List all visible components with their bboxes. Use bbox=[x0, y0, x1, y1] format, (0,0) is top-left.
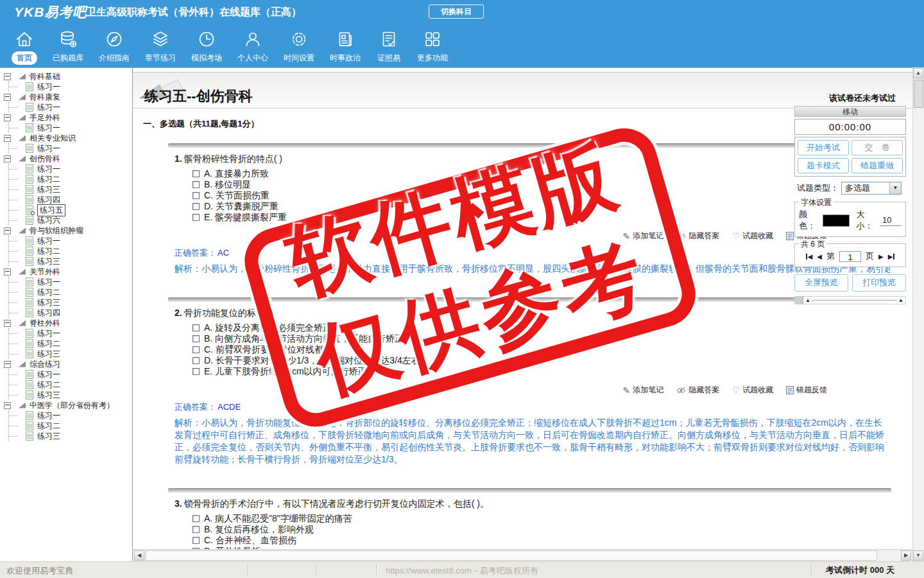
scroll-up-arrow[interactable]: ▲ bbox=[913, 68, 923, 78]
question-option[interactable]: C. 关节面损伤重 bbox=[193, 190, 891, 201]
tree-expander-icon[interactable] bbox=[4, 73, 11, 80]
option-checkbox[interactable] bbox=[193, 335, 200, 342]
tree-expander-icon[interactable] bbox=[4, 361, 11, 368]
panel-drag-handle[interactable]: 移动 bbox=[794, 106, 906, 117]
scroll-left-arrow[interactable]: ◀ bbox=[134, 550, 144, 561]
tree-expander-icon[interactable] bbox=[4, 135, 11, 142]
print-preview-button[interactable]: 打印预览 bbox=[852, 274, 906, 292]
add-note-button[interactable]: ✎添加笔记 bbox=[623, 231, 664, 241]
tree-leaf[interactable]: 练习二 bbox=[9, 174, 132, 184]
tree-expander-icon[interactable] bbox=[4, 94, 11, 101]
question-option[interactable]: B. 向侧方成角与关节活动方向垂直，不能自行矫正 bbox=[193, 333, 891, 344]
option-checkbox[interactable] bbox=[193, 515, 200, 522]
tree-leaf[interactable]: 练习三 bbox=[9, 184, 132, 195]
tree-section-6[interactable]: 关节外科 bbox=[0, 267, 132, 277]
tree-leaf[interactable]: 练习一 bbox=[9, 410, 132, 421]
question-option[interactable]: E. 儿童下肢骨折缩短2cm以内可自行矫正 bbox=[193, 366, 891, 377]
tree-section-7[interactable]: 脊柱外科 bbox=[0, 318, 132, 328]
tree-leaf[interactable]: 练习二 bbox=[9, 338, 132, 349]
font-size-input[interactable]: 10 bbox=[880, 215, 902, 226]
mini-scroll-thumb[interactable] bbox=[795, 297, 803, 304]
toolbar-item-current-affairs[interactable]: 时事政治 bbox=[325, 28, 366, 65]
horizontal-scrollbar[interactable]: ◀ ▶ bbox=[133, 549, 912, 561]
question-option[interactable]: B. 复位后再移位，影响外观 bbox=[193, 524, 891, 535]
collect-question-button[interactable]: ♡试题收藏 bbox=[732, 231, 773, 241]
tree-leaf[interactable]: 练习三 bbox=[9, 431, 132, 441]
tree-leaf[interactable]: 练习六 bbox=[9, 215, 132, 225]
scroll-down-arrow[interactable]: ▼ bbox=[913, 550, 923, 561]
tree-leaf[interactable]: 练习二 bbox=[9, 246, 132, 256]
page-last-button[interactable]: ▶ bbox=[888, 253, 895, 260]
tree-leaf[interactable]: 练习一 bbox=[9, 164, 132, 174]
toolbar-item-time-settings[interactable]: 时间设置 bbox=[278, 28, 320, 65]
option-checkbox[interactable] bbox=[193, 192, 200, 199]
question-option[interactable]: D. 长骨干要求对位至少1/3，干骺端对位要求达3/4左右 bbox=[193, 355, 891, 366]
option-checkbox[interactable] bbox=[193, 203, 200, 210]
start-exam-button[interactable]: 开始考试 bbox=[798, 140, 849, 155]
tree-leaf[interactable]: 练习一 bbox=[9, 328, 132, 338]
toolbar-item-purchased[interactable]: 已购题库 bbox=[47, 28, 89, 65]
tree-section-4[interactable]: 创伤骨科 bbox=[0, 153, 132, 164]
option-checkbox[interactable] bbox=[193, 526, 200, 533]
tree-expander-icon[interactable] bbox=[4, 320, 11, 327]
redo-wrong-button[interactable]: 错题重做 bbox=[851, 158, 903, 173]
vertical-scrollbar[interactable]: ▲ ▼ bbox=[912, 67, 924, 561]
tree-leaf[interactable]: 练习一 bbox=[9, 102, 132, 112]
tree-leaf[interactable]: 练习三 bbox=[9, 256, 132, 267]
tree-leaf[interactable]: 练习一 bbox=[9, 123, 132, 133]
option-checkbox[interactable] bbox=[193, 181, 200, 188]
toolbar-item-cert[interactable]: 证照易 bbox=[371, 28, 407, 65]
add-note-button[interactable]: ✎添加笔记 bbox=[623, 385, 664, 396]
tree-leaf[interactable]: 练习二 bbox=[9, 287, 132, 297]
collect-question-button[interactable]: ♡试题收藏 bbox=[732, 385, 773, 396]
question-option[interactable]: C. 合并神经、血管损伤 bbox=[193, 535, 891, 546]
question-option[interactable]: C. 前臂双骨折要求对位对线都好 bbox=[193, 344, 891, 355]
tree-leaf[interactable]: 练习二 bbox=[9, 421, 132, 431]
tree-leaf[interactable]: 练习一 bbox=[9, 369, 132, 380]
hide-answer-button[interactable]: 隐藏答案 bbox=[676, 231, 719, 241]
chevron-down-icon[interactable]: ▼ bbox=[889, 182, 901, 194]
vertical-scroll-thumb[interactable] bbox=[914, 80, 923, 108]
option-checkbox[interactable] bbox=[193, 214, 200, 221]
option-checkbox[interactable] bbox=[193, 368, 200, 375]
card-mode-button[interactable]: 题卡模式 bbox=[798, 158, 849, 173]
toolbar-item-more[interactable]: 更多功能 bbox=[412, 28, 453, 65]
tree-section-2[interactable]: 手足外科 bbox=[0, 112, 132, 123]
submit-paper-button[interactable]: 交 卷 bbox=[851, 140, 903, 155]
question-type-select[interactable]: 多选题 ▼ bbox=[841, 182, 902, 195]
tree-section-5[interactable]: 骨与软组织肿瘤 bbox=[0, 225, 132, 236]
option-checkbox[interactable] bbox=[193, 537, 200, 544]
toolbar-item-profile[interactable]: 个人中心 bbox=[232, 28, 273, 65]
toolbar-item-guide[interactable]: 介绍指南 bbox=[94, 28, 135, 65]
tree-expander-icon[interactable] bbox=[4, 268, 11, 276]
fullscreen-preview-button[interactable]: 全屏预览 bbox=[794, 274, 848, 292]
hide-answer-button[interactable]: 隐藏答案 bbox=[676, 385, 719, 396]
scroll-right-arrow[interactable]: ▶ bbox=[901, 550, 911, 561]
question-option[interactable]: E. 髌旁腱膜撕裂严重 bbox=[193, 212, 891, 223]
page-prev-button[interactable]: ◀ bbox=[817, 253, 822, 260]
option-checkbox[interactable] bbox=[193, 357, 200, 364]
tree-section-1[interactable]: 骨科康复 bbox=[0, 92, 132, 102]
toolbar-item-home[interactable]: 首页 bbox=[6, 28, 42, 65]
question-option[interactable]: A. 旋转及分离移位必须完全矫正 bbox=[193, 322, 891, 333]
tree-section-8[interactable]: 综合练习 bbox=[0, 359, 132, 369]
tree-leaf[interactable]: 练习二 bbox=[9, 380, 132, 390]
wrong-feedback-button[interactable]: 错题反馈 bbox=[786, 385, 827, 396]
tree-section-0[interactable]: 骨科基础 bbox=[0, 71, 132, 82]
page-first-button[interactable]: ◀ bbox=[806, 253, 813, 260]
tree-section-9[interactable]: 中医学（部分省份有考） bbox=[0, 400, 132, 410]
tree-expander-icon[interactable] bbox=[4, 402, 11, 409]
question-option[interactable]: B. 移位明显 bbox=[193, 179, 891, 190]
question-option[interactable]: A. 直接暴力所致 bbox=[193, 168, 891, 179]
option-checkbox[interactable] bbox=[193, 324, 200, 331]
tree-expander-icon[interactable] bbox=[4, 155, 11, 162]
toolbar-item-chapter-practice[interactable]: 章节练习 bbox=[140, 28, 181, 65]
tree-leaf[interactable]: 练习三 bbox=[9, 349, 132, 359]
tree-leaf[interactable]: 练习一 bbox=[9, 236, 132, 246]
horizontal-scroll-thumb[interactable] bbox=[146, 550, 877, 561]
tree-leaf[interactable]: 练习三 bbox=[9, 297, 132, 308]
tree-leaf[interactable]: 练习一 bbox=[9, 143, 132, 153]
tree-leaf-selected[interactable]: 练习五 bbox=[9, 205, 132, 215]
mini-scroll-right-arrow[interactable]: ▲ bbox=[898, 297, 903, 303]
font-color-swatch[interactable] bbox=[823, 215, 850, 227]
